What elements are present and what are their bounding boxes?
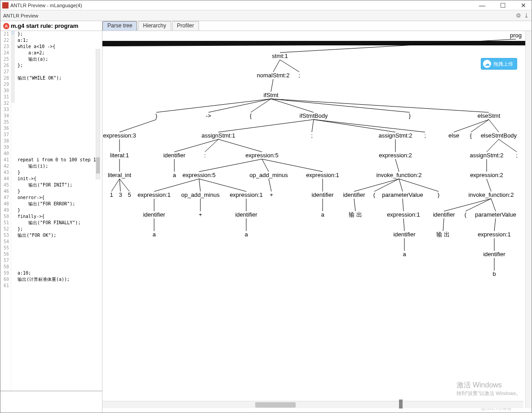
code-content[interactable]: }; a:1; while a<10 ->{ a:a+2; 输出(a); }; … — [11, 31, 102, 391]
tree-node-literal1[interactable]: literal:1 — [110, 152, 129, 159]
tree-node-expr5[interactable]: expression:5 — [245, 152, 279, 159]
tree-node-arrow[interactable]: -> — [206, 112, 211, 119]
tree-node-n1[interactable]: 1 — [110, 191, 113, 198]
tree-node-opadd[interactable]: op_add_minus — [249, 172, 288, 178]
code-editor[interactable]: 21 22 23 24 25 26 27 28 29 30 31 32 33 3… — [0, 31, 102, 391]
tree-node-invoke2b[interactable]: invoke_function:2 — [468, 191, 514, 198]
tree-node-assign1[interactable]: assignStmt:1 — [201, 132, 235, 139]
tab-hierarchy[interactable]: Hierarchy — [138, 21, 171, 31]
tree-node-colon1[interactable]: : — [204, 152, 206, 159]
tree-edge — [271, 99, 489, 112]
tree-node-ident7[interactable]: identifier — [393, 231, 416, 238]
tree-node-out2[interactable]: 输 出 — [436, 231, 450, 238]
tree-node-expr5b[interactable]: expression:5 — [182, 172, 216, 178]
tree-node-a5[interactable]: a — [403, 251, 406, 258]
tree-node-elseBody[interactable]: elseStmtBody — [481, 132, 517, 139]
tree-edge — [271, 79, 273, 92]
parse-tree-canvas[interactable]: progstmt:1nomalStmt:2;ifStmt)->{ifStmtBo… — [102, 31, 532, 413]
tree-edge — [280, 60, 299, 72]
editor-scrollbar[interactable] — [96, 49, 100, 179]
tree-node-expr2a[interactable]: expression:2 — [379, 152, 412, 159]
tree-node-plus3[interactable]: + — [199, 211, 202, 218]
tab-profiler[interactable]: Profiler — [172, 21, 199, 31]
tree-node-rparen[interactable]: ) — [155, 112, 157, 119]
tree-node-ident1[interactable]: identifier — [163, 152, 186, 159]
tree-node-ifStmt[interactable]: ifStmt — [263, 92, 279, 98]
tree-edge — [444, 199, 491, 211]
tree-node-expr1c[interactable]: expression:1 — [137, 191, 171, 198]
tree-node-lpar2[interactable]: ( — [465, 211, 467, 218]
upload-button[interactable]: ☁ 拖拽上传 — [481, 58, 517, 70]
tree-node-expr1b[interactable]: expression:1 — [306, 172, 339, 178]
tree-edge — [262, 159, 323, 172]
tree-node-expr3[interactable]: expression:3 — [103, 132, 136, 139]
tree-node-assign2[interactable]: assignStmt:2 — [378, 132, 412, 139]
tree-node-ident4[interactable]: identifier — [143, 211, 165, 218]
tree-node-expr1e[interactable]: expression:1 — [387, 211, 420, 218]
tree-node-semi1[interactable]: ; — [311, 132, 313, 139]
tree-node-semi3[interactable]: ; — [516, 152, 518, 159]
tree-node-rpar2[interactable]: ) — [438, 191, 439, 198]
tree-node-ifStmtBody[interactable]: ifStmtBody — [300, 112, 328, 119]
tree-node-expr1d[interactable]: expression:1 — [230, 191, 263, 198]
tree-node-a2[interactable]: a — [321, 211, 324, 218]
tree-node-ident3[interactable]: identifier — [343, 191, 365, 198]
minimize-button[interactable]: — — [476, 2, 488, 9]
tree-node-n5[interactable]: 5 — [128, 191, 131, 198]
tree-edge — [314, 120, 395, 132]
tree-node-out1[interactable]: 输 出 — [349, 211, 362, 218]
grammar-title: m.g4 start rule: program — [11, 22, 78, 29]
tree-node-expr2b[interactable]: expression:2 — [470, 172, 503, 178]
scrollbar-marker[interactable] — [399, 400, 403, 409]
tree-node-semi0[interactable]: ; — [298, 72, 300, 79]
tree-node-paramv2[interactable]: parameterValue — [475, 211, 516, 218]
tree-edge — [312, 120, 314, 132]
tree-edge — [262, 159, 269, 172]
tree-node-elseStmt[interactable]: elseStmt — [478, 112, 501, 119]
main-split: A m.g4 start rule: program 21 22 23 24 2… — [0, 21, 532, 413]
tree-node-a3[interactable]: a — [152, 231, 156, 238]
tree-node-semi2[interactable]: ; — [424, 132, 426, 139]
tree-node-lbrace[interactable]: { — [250, 112, 252, 119]
tree-node-ident8[interactable]: identifier — [483, 251, 505, 258]
tree-edge — [120, 179, 129, 191]
tree-node-a1[interactable]: a — [173, 172, 176, 178]
tree-node-else[interactable]: else — [448, 132, 459, 139]
window-controls: — ☐ ✕ — [476, 2, 530, 9]
tree-node-a4[interactable]: a — [244, 231, 248, 238]
tree-node-invoke2[interactable]: invoke_function:2 — [376, 172, 421, 178]
tab-parse-tree[interactable]: Parse tree — [102, 21, 137, 31]
maximize-button[interactable]: ☐ — [497, 2, 509, 9]
tree-node-stmt1[interactable]: stmt:1 — [272, 53, 288, 59]
tree-node-lpar[interactable]: ( — [373, 191, 376, 198]
tree-node-ident2[interactable]: identifier — [311, 191, 334, 198]
tree-edge — [273, 60, 280, 72]
gear-icon[interactable]: ⚙ — [516, 12, 521, 19]
tree-node-n3[interactable]: 3 — [119, 191, 122, 198]
tree-node-b[interactable]: b — [492, 271, 496, 277]
windows-activation-watermark: 激活 Windows 转到"设置"以激活 Windows。 — [457, 381, 521, 397]
close-button[interactable]: ✕ — [517, 2, 530, 9]
tree-node-ident6[interactable]: identifier — [433, 211, 455, 218]
tree-node-opadd2[interactable]: op_add_minus — [181, 191, 220, 198]
tree-node-rbrace[interactable]: } — [409, 112, 411, 119]
tree-edge — [120, 179, 120, 191]
download-icon[interactable]: ⤓ — [524, 12, 529, 19]
toolbar: ANTLR Preview ⚙ ⤓ — [0, 10, 532, 21]
tree-node-nomalStmt2[interactable]: nomalStmt:2 — [257, 72, 290, 79]
tree-node-lbrace2[interactable]: { — [470, 132, 472, 139]
tree-node-plus2[interactable]: + — [270, 191, 273, 198]
tree-edge — [454, 120, 489, 132]
activate-line-1: 激活 Windows — [457, 381, 521, 389]
tree-node-paramv[interactable]: parameterValue — [382, 191, 423, 198]
scrollbar-thumb[interactable] — [255, 402, 296, 408]
canvas-scrollbar-h[interactable] — [102, 401, 523, 408]
tree-node-prog[interactable]: prog — [510, 32, 522, 39]
tree-node-ident5[interactable]: identifier — [235, 211, 257, 218]
tree-node-litint[interactable]: literal_int — [108, 172, 131, 178]
tree-node-assign2b[interactable]: assignStmt:2 — [470, 152, 503, 159]
toolbar-title: ANTLR Preview — [3, 13, 38, 18]
tree-edge — [208, 99, 271, 112]
canvas-scrollbar-v[interactable] — [525, 31, 532, 408]
tree-node-expr1f[interactable]: expression:1 — [478, 231, 511, 238]
